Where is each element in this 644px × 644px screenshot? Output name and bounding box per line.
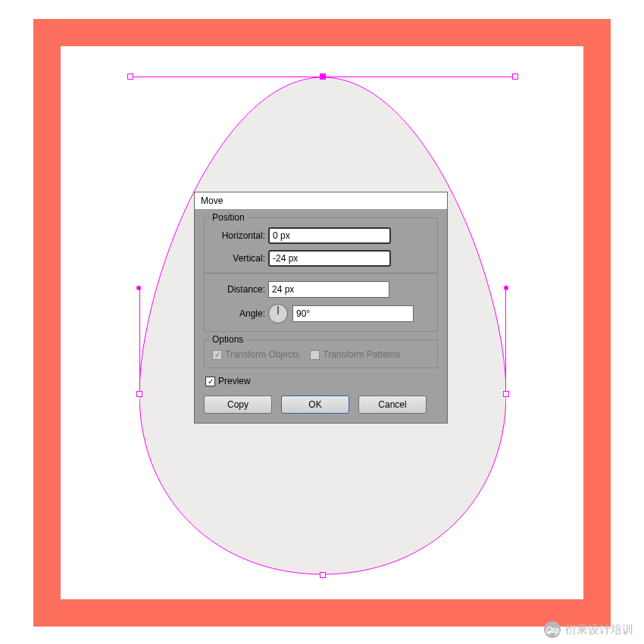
position-legend: Position	[209, 212, 248, 223]
watermark: ௸ 衍果设计培训	[544, 621, 633, 638]
distance-label: Distance:	[212, 284, 265, 295]
angle-label: Angle:	[212, 308, 265, 319]
bezier-handle-point[interactable]	[127, 73, 133, 80]
anchor-point-left[interactable]	[136, 391, 142, 397]
options-fieldset: Options ✓ Transform Objects Transform Pa…	[204, 339, 438, 368]
anchor-point-bottom[interactable]	[320, 572, 326, 578]
divider	[205, 273, 437, 274]
cancel-button[interactable]: Cancel	[358, 395, 427, 414]
transform-objects-label: Transform Objects	[225, 349, 299, 360]
preview-label: Preview	[218, 376, 251, 386]
weibo-icon: ௸	[544, 621, 561, 638]
move-dialog: Move Position Horizontal: Vertical: Dist…	[194, 192, 448, 424]
anchor-point-top[interactable]	[320, 73, 326, 80]
vertical-label: Vertical:	[212, 253, 265, 264]
angle-dial[interactable]	[268, 304, 288, 324]
checkbox-icon: ✓	[212, 350, 222, 360]
preview-checkbox[interactable]: ✓	[205, 377, 215, 386]
position-fieldset: Position Horizontal: Vertical: Distance:…	[204, 217, 438, 332]
checkbox-icon	[310, 350, 320, 360]
dialog-title: Move	[195, 192, 447, 210]
anchor-point-right[interactable]	[503, 391, 509, 397]
transform-patterns-checkbox: Transform Patterns	[310, 349, 400, 360]
bezier-handle	[505, 288, 506, 394]
options-legend: Options	[209, 334, 246, 345]
bezier-handle	[139, 288, 140, 394]
horizontal-input[interactable]	[268, 227, 391, 244]
transform-patterns-label: Transform Patterns	[323, 349, 400, 360]
vertical-input[interactable]	[268, 250, 391, 267]
ok-button[interactable]: OK	[281, 395, 349, 414]
horizontal-label: Horizontal:	[212, 230, 265, 241]
bezier-handle-point[interactable]	[504, 286, 508, 290]
copy-button[interactable]: Copy	[204, 395, 272, 414]
distance-input[interactable]	[268, 281, 389, 298]
bezier-handle-point[interactable]	[512, 73, 518, 80]
bezier-handle-point[interactable]	[136, 286, 141, 290]
watermark-text: 衍果设计培训	[565, 623, 633, 637]
transform-objects-checkbox: ✓ Transform Objects	[212, 349, 299, 360]
angle-input[interactable]	[292, 305, 414, 322]
